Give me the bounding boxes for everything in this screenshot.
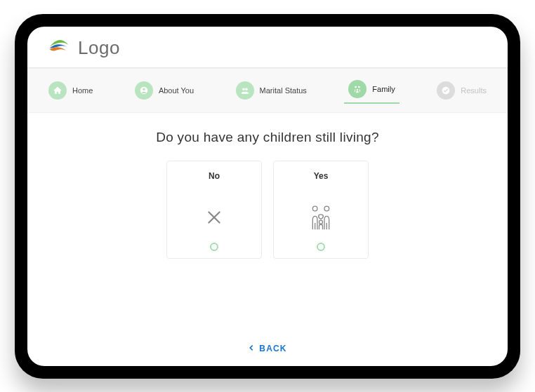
svg-point-6: [357, 89, 358, 90]
step-label: Home: [72, 86, 93, 95]
svg-point-5: [358, 86, 360, 88]
option-label: Yes: [314, 171, 329, 181]
option-no[interactable]: No: [166, 161, 262, 259]
content: Do you have any children still living? N…: [27, 113, 508, 335]
radio-yes[interactable]: [317, 243, 325, 251]
header: Logo: [27, 27, 508, 68]
screen: Logo Home About You Marital Status: [27, 27, 508, 366]
step-home[interactable]: Home: [44, 79, 97, 102]
tablet-frame: Logo Home About You Marital Status: [15, 14, 520, 379]
option-yes[interactable]: Yes: [273, 161, 369, 259]
svg-point-14: [319, 220, 323, 224]
back-label: BACK: [259, 344, 286, 353]
question-text: Do you have any children still living?: [156, 130, 379, 145]
logo-text: Logo: [78, 37, 120, 59]
couple-icon: [236, 81, 254, 100]
stepper: Home About You Marital Status Family: [27, 68, 508, 113]
option-label: No: [209, 171, 220, 181]
svg-point-11: [324, 206, 329, 211]
options: No Yes: [166, 161, 369, 259]
step-about-you[interactable]: About You: [131, 79, 198, 102]
x-icon: [205, 195, 223, 240]
radio-no[interactable]: [210, 243, 218, 251]
family-illustration-icon: [307, 195, 335, 240]
chevron-left-icon: [248, 344, 255, 353]
person-icon: [135, 81, 153, 100]
svg-point-3: [245, 88, 248, 90]
step-results: Results: [432, 79, 491, 102]
check-icon: [437, 81, 455, 100]
step-label: Family: [372, 85, 395, 93]
step-label: Results: [461, 86, 487, 95]
svg-point-1: [143, 88, 145, 90]
svg-point-10: [312, 206, 317, 211]
svg-point-4: [355, 86, 357, 88]
family-icon: [348, 80, 366, 98]
home-icon: [48, 81, 67, 100]
step-marital-status[interactable]: Marital Status: [232, 79, 311, 102]
back-button[interactable]: BACK: [248, 344, 286, 353]
logo-icon: [47, 36, 71, 60]
svg-point-2: [242, 88, 245, 90]
step-label: About You: [159, 86, 194, 95]
footer: BACK: [27, 335, 508, 366]
step-family[interactable]: Family: [344, 77, 399, 104]
step-label: Marital Status: [260, 86, 307, 95]
